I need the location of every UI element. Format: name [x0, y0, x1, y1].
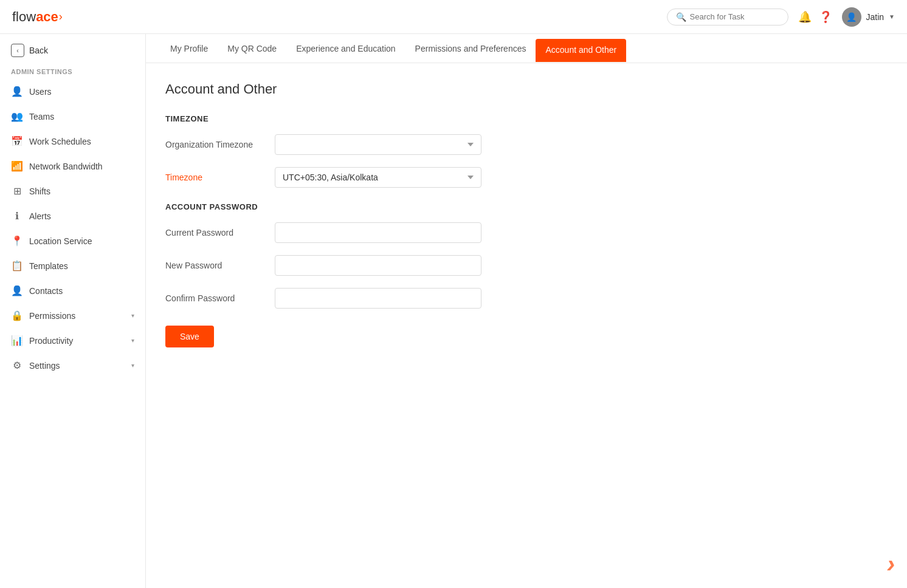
shifts-icon: ⊞ [11, 185, 23, 197]
sidebar-item-network-bandwidth-label: Network Bandwidth [29, 162, 134, 171]
corner-decoration: › [887, 552, 895, 576]
timezone-label: Timezone [165, 173, 263, 182]
sidebar-item-alerts[interactable]: ℹ Alerts [0, 203, 145, 228]
teams-icon: 👥 [11, 111, 23, 122]
sidebar-item-users-label: Users [29, 87, 134, 97]
settings-icon: ⚙ [11, 360, 23, 371]
current-password-label: Current Password [165, 228, 263, 238]
sidebar-item-users[interactable]: 👤 Users [0, 79, 145, 104]
header-icons: 🔔 ❓ [798, 10, 832, 24]
chevron-down-icon: ▼ [889, 13, 895, 20]
org-timezone-label: Organization Timezone [165, 140, 263, 149]
productivity-chevron-icon: ▾ [131, 337, 134, 344]
tab-permissions-and-preferences[interactable]: Permissions and Preferences [405, 34, 536, 63]
timezone-section-title: TIMEZONE [165, 114, 888, 123]
sidebar-item-teams[interactable]: 👥 Teams [0, 104, 145, 129]
tabs-bar: My Profile My QR Code Experience and Edu… [146, 34, 907, 63]
new-password-row: New Password [165, 255, 888, 276]
sidebar-item-contacts[interactable]: 👤 Contacts [0, 278, 145, 303]
current-password-input[interactable] [275, 222, 481, 243]
sidebar-item-templates-label: Templates [29, 261, 134, 271]
tab-experience-and-education[interactable]: Experience and Education [286, 34, 405, 63]
sidebar-item-settings[interactable]: ⚙ Settings ▾ [0, 353, 145, 378]
help-icon[interactable]: ❓ [819, 10, 832, 24]
org-timezone-row: Organization Timezone [165, 134, 888, 155]
confirm-password-row: Confirm Password [165, 288, 888, 309]
search-box[interactable]: 🔍 [667, 9, 788, 26]
sidebar-item-settings-label: Settings [29, 361, 125, 371]
tab-account-and-other[interactable]: Account and Other [536, 39, 626, 62]
content-area: Account and Other TIMEZONE Organization … [146, 63, 907, 366]
password-section-title: ACCOUNT PASSWORD [165, 202, 888, 211]
tab-my-profile[interactable]: My Profile [160, 34, 218, 63]
logo-ace: ace [36, 9, 58, 25]
logo-flow: flow [12, 9, 36, 25]
timezone-label-text: Timezone [165, 173, 202, 182]
work-schedules-icon: 📅 [11, 135, 23, 147]
sidebar-item-location-service[interactable]: 📍 Location Service [0, 228, 145, 253]
sidebar-item-permissions-label: Permissions [29, 311, 125, 321]
users-icon: 👤 [11, 86, 23, 97]
user-area[interactable]: 👤 Jatin ▼ [842, 7, 895, 27]
search-icon: 🔍 [676, 12, 686, 22]
notification-icon[interactable]: 🔔 [798, 10, 812, 24]
productivity-icon: 📊 [11, 335, 23, 346]
confirm-password-label: Confirm Password [165, 293, 263, 303]
tab-my-qr-code[interactable]: My QR Code [218, 34, 286, 63]
sidebar-item-productivity-label: Productivity [29, 336, 125, 346]
timezone-row: Timezone UTC+05:30, Asia/Kolkata [165, 167, 888, 188]
network-bandwidth-icon: 📶 [11, 160, 23, 172]
alerts-icon: ℹ [11, 210, 23, 222]
sidebar-item-shifts-label: Shifts [29, 186, 134, 196]
back-icon: ‹ [11, 44, 24, 57]
save-button[interactable]: Save [165, 326, 214, 347]
layout: ‹ Back ADMIN SETTINGS 👤 Users 👥 Teams 📅 … [0, 34, 907, 588]
sidebar-item-teams-label: Teams [29, 112, 134, 121]
logo-accent-icon: › [59, 10, 63, 23]
app-logo: flowace› [12, 9, 63, 25]
new-password-label: New Password [165, 261, 263, 270]
permissions-icon: 🔒 [11, 310, 23, 321]
main-content: My Profile My QR Code Experience and Edu… [146, 34, 907, 588]
templates-icon: 📋 [11, 260, 23, 272]
sidebar-item-templates[interactable]: 📋 Templates [0, 253, 145, 278]
sidebar-item-permissions[interactable]: 🔒 Permissions ▾ [0, 303, 145, 328]
page-title: Account and Other [165, 81, 888, 97]
timezone-select[interactable]: UTC+05:30, Asia/Kolkata [275, 167, 481, 188]
sidebar-item-network-bandwidth[interactable]: 📶 Network Bandwidth [0, 154, 145, 179]
permissions-chevron-icon: ▾ [131, 312, 134, 319]
sidebar-item-shifts[interactable]: ⊞ Shifts [0, 179, 145, 203]
search-input[interactable] [690, 12, 775, 21]
avatar: 👤 [842, 7, 861, 27]
back-label: Back [29, 46, 48, 55]
new-password-input[interactable] [275, 255, 481, 276]
sidebar-item-alerts-label: Alerts [29, 211, 134, 221]
current-password-row: Current Password [165, 222, 888, 243]
confirm-password-input[interactable] [275, 288, 481, 309]
sidebar-item-location-service-label: Location Service [29, 236, 134, 246]
back-button[interactable]: ‹ Back [0, 34, 145, 63]
sidebar-item-work-schedules[interactable]: 📅 Work Schedules [0, 129, 145, 154]
sidebar-item-productivity[interactable]: 📊 Productivity ▾ [0, 328, 145, 353]
avatar-icon: 👤 [846, 12, 857, 22]
contacts-icon: 👤 [11, 285, 23, 296]
org-timezone-select[interactable] [275, 134, 481, 155]
sidebar: ‹ Back ADMIN SETTINGS 👤 Users 👥 Teams 📅 … [0, 34, 146, 588]
location-service-icon: 📍 [11, 235, 23, 247]
settings-chevron-icon: ▾ [131, 362, 134, 369]
sidebar-item-contacts-label: Contacts [29, 286, 134, 296]
header-right: 🔍 🔔 ❓ 👤 Jatin ▼ [667, 7, 895, 27]
user-name: Jatin [866, 12, 885, 22]
top-header: flowace› 🔍 🔔 ❓ 👤 Jatin ▼ [0, 0, 907, 34]
admin-settings-label: ADMIN SETTINGS [0, 63, 145, 79]
sidebar-item-work-schedules-label: Work Schedules [29, 137, 134, 146]
